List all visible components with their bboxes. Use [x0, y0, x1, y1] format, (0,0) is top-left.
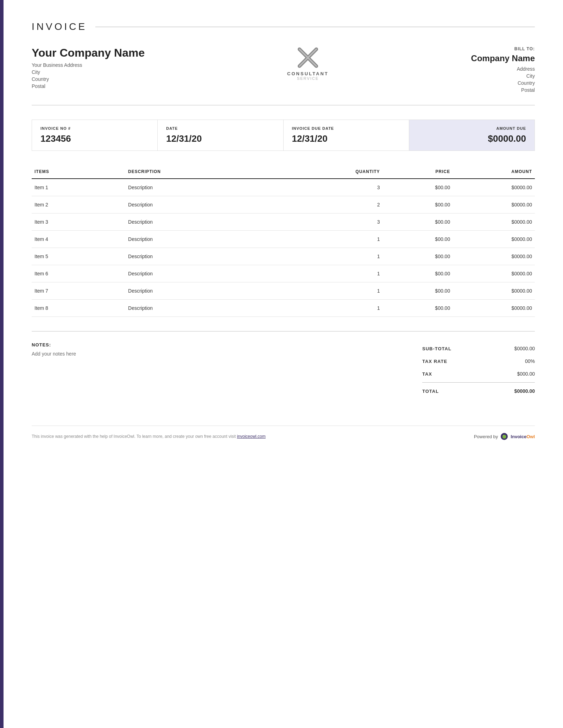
row-amount: $0000.00: [453, 196, 535, 213]
table-row: Item 2 Description 2 $00.00 $0000.00: [32, 196, 535, 213]
tax-rate-label: TAX RATE: [422, 359, 447, 364]
meta-amount-due: AMOUNT DUE $0000.00: [409, 120, 534, 151]
notes-label: NOTES:: [32, 342, 401, 347]
logo-text-line2: SERVICE: [297, 76, 319, 81]
total-label: TOTAL: [422, 389, 439, 394]
due-date-label: INVOICE DUE DATE: [292, 126, 400, 130]
row-item: Item 8: [32, 300, 125, 317]
col-description: DESCRIPTION: [125, 165, 312, 179]
date-value: 12/31/20: [166, 133, 274, 144]
invoice-header: INVOICE: [32, 21, 535, 32]
row-amount: $0000.00: [453, 231, 535, 248]
row-quantity: 2: [312, 196, 383, 213]
bill-to-block: BILL TO: Company Name Address City Count…: [471, 46, 535, 94]
invoice-no-value: 123456: [40, 133, 149, 144]
col-price: PRICE: [383, 165, 453, 179]
row-description: Description: [125, 213, 312, 231]
sub-total-label: SUB-TOTAL: [422, 346, 451, 351]
row-description: Description: [125, 265, 312, 282]
row-item: Item 6: [32, 265, 125, 282]
row-amount: $0000.00: [453, 248, 535, 265]
invoice-meta: INVOICE NO # 123456 DATE 12/31/20 INVOIC…: [32, 120, 535, 151]
table-header-row: ITEMS DESCRIPTION QUANTITY PRICE AMOUNT: [32, 165, 535, 179]
row-item: Item 2: [32, 196, 125, 213]
consultant-logo-icon: [297, 46, 319, 69]
footer: This invoice was generated with the help…: [32, 426, 535, 440]
from-postal: Postal: [32, 83, 145, 89]
tax-value: $000.00: [517, 371, 535, 377]
invoiceowl-icon: 🟢: [501, 433, 508, 440]
row-quantity: 1: [312, 282, 383, 300]
row-amount: $0000.00: [453, 282, 535, 300]
notes-block: NOTES: Add your notes here: [32, 342, 422, 357]
bill-to-country: Country: [471, 80, 535, 86]
row-amount: $0000.00: [453, 265, 535, 282]
footer-text: This invoice was generated with the help…: [32, 434, 266, 439]
row-amount: $0000.00: [453, 213, 535, 231]
table-row: Item 6 Description 1 $00.00 $0000.00: [32, 265, 535, 282]
row-quantity: 1: [312, 248, 383, 265]
row-price: $00.00: [383, 248, 453, 265]
footer-text-content: This invoice was generated with the help…: [32, 434, 236, 439]
tax-rate-value: 00%: [525, 358, 535, 364]
row-price: $00.00: [383, 213, 453, 231]
table-row: Item 1 Description 3 $00.00 $0000.00: [32, 179, 535, 196]
page-wrapper: INVOICE Your Company Name Your Business …: [0, 0, 563, 728]
row-amount: $0000.00: [453, 179, 535, 196]
bill-to-address: Address: [471, 66, 535, 72]
row-description: Description: [125, 300, 312, 317]
total-value: $0000.00: [514, 388, 535, 394]
brand-invoice: Invoice: [511, 434, 526, 439]
sub-total-value: $0000.00: [514, 346, 535, 351]
from-country: Country: [32, 76, 145, 82]
row-price: $00.00: [383, 300, 453, 317]
row-quantity: 1: [312, 231, 383, 248]
amount-due-label: AMOUNT DUE: [418, 126, 526, 130]
row-quantity: 3: [312, 179, 383, 196]
bill-to-company-name: Company Name: [471, 53, 535, 63]
logo-text-line1: CONSULTANT: [287, 71, 329, 76]
from-city: City: [32, 69, 145, 75]
row-amount: $0000.00: [453, 300, 535, 317]
bill-to-postal: Postal: [471, 87, 535, 93]
brand-name: InvoiceOwl: [511, 434, 535, 439]
table-row: Item 7 Description 1 $00.00 $0000.00: [32, 282, 535, 300]
invoice-title: INVOICE: [32, 21, 87, 32]
tax-label: TAX: [422, 371, 432, 377]
row-description: Description: [125, 248, 312, 265]
items-table: ITEMS DESCRIPTION QUANTITY PRICE AMOUNT …: [32, 165, 535, 317]
row-description: Description: [125, 179, 312, 196]
table-header: ITEMS DESCRIPTION QUANTITY PRICE AMOUNT: [32, 165, 535, 179]
table-row: Item 5 Description 1 $00.00 $0000.00: [32, 248, 535, 265]
row-item: Item 4: [32, 231, 125, 248]
from-block: Your Company Name Your Business Address …: [32, 46, 145, 90]
table-row: Item 3 Description 3 $00.00 $0000.00: [32, 213, 535, 231]
date-label: DATE: [166, 126, 274, 130]
row-item: Item 5: [32, 248, 125, 265]
brand-owl: Owl: [526, 434, 535, 439]
row-description: Description: [125, 282, 312, 300]
from-address: Your Business Address: [32, 62, 145, 68]
bill-to-city: City: [471, 73, 535, 79]
invoice-no-label: INVOICE NO #: [40, 126, 149, 130]
bill-to-label: BILL TO:: [471, 46, 535, 51]
footer-link[interactable]: invoiceowl.com: [237, 434, 265, 439]
row-quantity: 1: [312, 300, 383, 317]
row-item: Item 3: [32, 213, 125, 231]
bottom-section: NOTES: Add your notes here SUB-TOTAL $00…: [32, 331, 535, 397]
col-amount: AMOUNT: [453, 165, 535, 179]
total-row: TOTAL $0000.00: [422, 385, 535, 397]
footer-powered-by: Powered by 🟢 InvoiceOwl: [474, 433, 535, 440]
content-area: INVOICE Your Company Name Your Business …: [4, 0, 563, 454]
col-items: ITEMS: [32, 165, 125, 179]
row-quantity: 3: [312, 213, 383, 231]
sub-total-row: SUB-TOTAL $0000.00: [422, 342, 535, 355]
meta-due-date: INVOICE DUE DATE 12/31/20: [284, 120, 409, 151]
table-body: Item 1 Description 3 $00.00 $0000.00 Ite…: [32, 179, 535, 317]
notes-text: Add your notes here: [32, 351, 401, 357]
left-accent-bar: [0, 0, 4, 728]
company-row: Your Company Name Your Business Address …: [32, 46, 535, 106]
row-item: Item 7: [32, 282, 125, 300]
totals-divider: [422, 382, 535, 383]
row-price: $00.00: [383, 282, 453, 300]
